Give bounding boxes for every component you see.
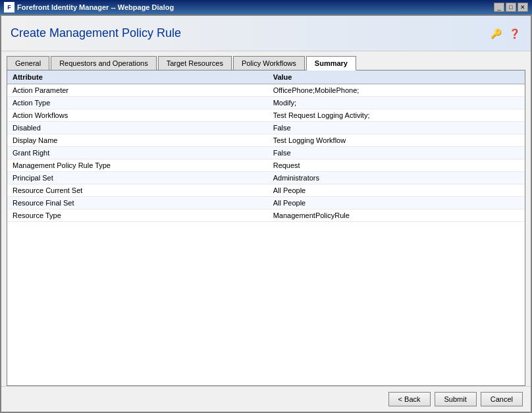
cell-value: Administrators: [268, 172, 525, 184]
help-icon[interactable]: ❓: [507, 26, 521, 41]
summary-table: Attribute Value Action ParameterOfficePh…: [7, 70, 525, 222]
cell-value: OfficePhone;MobilePhone;: [268, 84, 525, 97]
table-row: Management Policy Rule TypeRequest: [7, 159, 525, 172]
tab-requestors[interactable]: Requestors and Operations: [51, 56, 157, 70]
tab-summary[interactable]: Summary: [306, 56, 356, 70]
maximize-button[interactable]: □: [506, 3, 516, 12]
table-row: Action TypeModify;: [7, 97, 525, 109]
dialog: Create Management Policy Rule 🔑 ❓ Genera…: [0, 14, 532, 413]
table-row: Action ParameterOfficePhone;MobilePhone;: [7, 84, 525, 97]
table-row: Grant RightFalse: [7, 147, 525, 159]
title-bar: F Forefront Identity Manager -- Webpage …: [0, 0, 532, 14]
table-row: Resource Final SetAll People: [7, 197, 525, 209]
cell-attribute: Action Type: [7, 97, 268, 109]
col-attribute: Attribute: [7, 70, 268, 84]
cell-value: All People: [268, 184, 525, 197]
table-row: Resource TypeManagementPolicyRule: [7, 209, 525, 222]
cell-value: All People: [268, 197, 525, 209]
cell-attribute: Disabled: [7, 122, 268, 134]
tab-bar: General Requestors and Operations Target…: [1, 51, 531, 70]
minimize-button[interactable]: _: [494, 3, 504, 12]
cell-value: Test Request Logging Activity;: [268, 109, 525, 122]
cell-value: Test Logging Workflow: [268, 134, 525, 147]
cell-attribute: Resource Type: [7, 209, 268, 222]
title-bar-text: Forefront Identity Manager -- Webpage Di…: [17, 3, 174, 11]
table-row: Resource Current SetAll People: [7, 184, 525, 197]
cell-value: Request: [268, 159, 525, 172]
dialog-footer: < Back Submit Cancel: [1, 386, 531, 412]
cancel-button[interactable]: Cancel: [481, 392, 523, 406]
header-icons: 🔑 ❓: [489, 26, 521, 41]
cell-attribute: Management Policy Rule Type: [7, 159, 268, 172]
table-row: DisabledFalse: [7, 122, 525, 134]
cell-attribute: Resource Final Set: [7, 197, 268, 209]
cell-attribute: Resource Current Set: [7, 184, 268, 197]
cell-attribute: Grant Right: [7, 147, 268, 159]
tab-target[interactable]: Target Resources: [158, 56, 232, 70]
dialog-title: Create Management Policy Rule: [11, 26, 181, 40]
title-bar-left: F Forefront Identity Manager -- Webpage …: [4, 2, 174, 13]
cell-value: False: [268, 147, 525, 159]
cell-attribute: Principal Set: [7, 172, 268, 184]
table-row: Principal SetAdministrators: [7, 172, 525, 184]
app-icon: F: [4, 2, 14, 13]
col-value: Value: [268, 70, 525, 84]
table-row: Action WorkflowsTest Request Logging Act…: [7, 109, 525, 122]
cell-value: False: [268, 122, 525, 134]
cell-attribute: Action Parameter: [7, 84, 268, 97]
cell-attribute: Action Workflows: [7, 109, 268, 122]
key-icon: 🔑: [489, 26, 503, 41]
content-area: Attribute Value Action ParameterOfficePh…: [7, 70, 525, 386]
cell-value: ManagementPolicyRule: [268, 209, 525, 222]
cell-value: Modify;: [268, 97, 525, 109]
tab-general[interactable]: General: [7, 56, 49, 70]
dialog-header: Create Management Policy Rule 🔑 ❓: [1, 16, 531, 51]
title-bar-controls: _ □ ✕: [494, 3, 528, 12]
table-row: Display NameTest Logging Workflow: [7, 134, 525, 147]
cell-attribute: Display Name: [7, 134, 268, 147]
tab-workflows[interactable]: Policy Workflows: [233, 56, 305, 70]
close-button[interactable]: ✕: [518, 3, 528, 12]
back-button[interactable]: < Back: [388, 392, 431, 406]
table-header-row: Attribute Value: [7, 70, 525, 84]
submit-button[interactable]: Submit: [435, 392, 477, 406]
